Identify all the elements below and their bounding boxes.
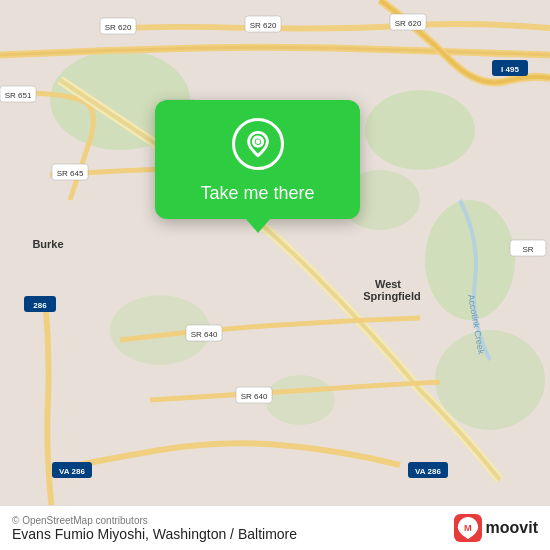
location-pin-icon [244,130,272,158]
svg-text:SR 640: SR 640 [241,392,268,401]
svg-point-6 [435,330,545,430]
bottom-left: © OpenStreetMap contributors Evans Fumio… [12,515,297,542]
svg-text:I 495: I 495 [501,65,519,74]
svg-text:Burke: Burke [32,238,63,250]
map-background: SR 620 SR 620 SR 620 SR 651 SR 645 SR 64… [0,0,550,550]
svg-text:VA 286: VA 286 [415,467,441,476]
popup-card: Take me there [155,100,360,219]
svg-text:Springfield: Springfield [363,290,420,302]
moovit-app-icon: M [454,514,482,542]
moovit-brand-label: moovit [486,519,538,537]
location-name: Evans Fumio Miyoshi, Washington / Baltim… [12,526,297,542]
take-me-there-button[interactable]: Take me there [200,182,314,205]
copyright-text: © OpenStreetMap contributors [12,515,297,526]
svg-text:M: M [464,523,472,533]
location-icon-circle [232,118,284,170]
moovit-logo: M moovit [454,514,538,542]
svg-text:West: West [375,278,401,290]
svg-text:SR 651: SR 651 [5,91,32,100]
bottom-bar: © OpenStreetMap contributors Evans Fumio… [0,505,550,550]
svg-text:286: 286 [33,301,47,310]
svg-text:SR 620: SR 620 [105,23,132,32]
svg-point-2 [365,90,475,170]
svg-text:VA 286: VA 286 [59,467,85,476]
svg-point-39 [255,139,260,144]
svg-text:SR: SR [522,245,533,254]
svg-text:SR 620: SR 620 [395,19,422,28]
svg-text:SR 645: SR 645 [57,169,84,178]
svg-text:SR 620: SR 620 [250,21,277,30]
map-container: SR 620 SR 620 SR 620 SR 651 SR 645 SR 64… [0,0,550,550]
svg-text:SR 640: SR 640 [191,330,218,339]
svg-point-7 [265,375,335,425]
